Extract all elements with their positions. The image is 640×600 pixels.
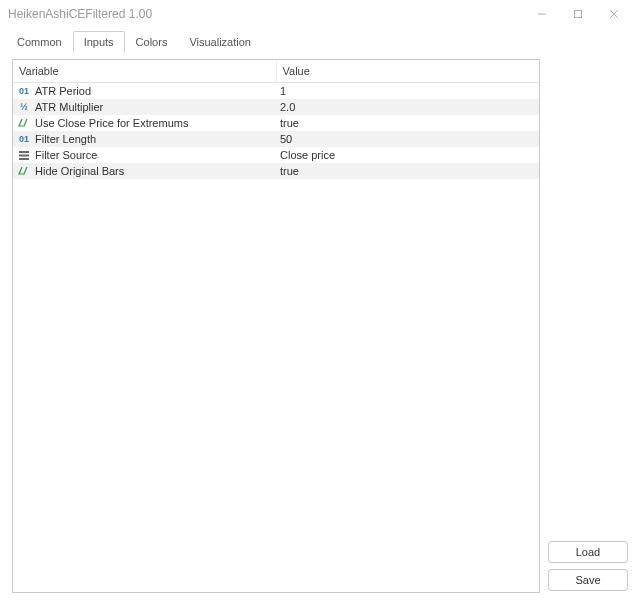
double-icon: ½ [17, 101, 31, 113]
tab-visualization[interactable]: Visualization [178, 31, 262, 53]
svg-rect-1 [575, 11, 582, 18]
minimize-button[interactable] [524, 0, 560, 28]
bool-icon [17, 117, 31, 129]
titlebar: HeikenAshiCEFiltered 1.00 [0, 0, 640, 28]
table-row[interactable]: 01ATR Period 1 [13, 83, 539, 99]
table-row[interactable]: 01Filter Length 50 [13, 131, 539, 147]
var-value[interactable]: 2.0 [276, 99, 539, 115]
table-row[interactable]: Hide Original Bars true [13, 163, 539, 179]
tab-inputs[interactable]: Inputs [73, 31, 125, 53]
content-area: Variable Value 01ATR Period 1 ½ATR Multi… [0, 53, 640, 600]
var-label: Use Close Price for Extremums [35, 117, 188, 129]
int-icon: 01 [17, 85, 31, 97]
var-label: Filter Source [35, 149, 97, 161]
svg-rect-4 [19, 151, 29, 153]
save-button[interactable]: Save [548, 569, 628, 591]
svg-rect-5 [19, 154, 29, 156]
maximize-button[interactable] [560, 0, 596, 28]
col-header-value[interactable]: Value [276, 60, 539, 83]
close-button[interactable] [596, 0, 632, 28]
close-icon [609, 9, 619, 19]
table-row[interactable]: Use Close Price for Extremums true [13, 115, 539, 131]
window-title: HeikenAshiCEFiltered 1.00 [8, 7, 524, 21]
var-label: ATR Multiplier [35, 101, 103, 113]
enum-icon [17, 149, 31, 161]
tab-common[interactable]: Common [6, 31, 73, 53]
var-label: Hide Original Bars [35, 165, 124, 177]
var-value[interactable]: 1 [276, 83, 539, 99]
inputs-table: Variable Value 01ATR Period 1 ½ATR Multi… [13, 60, 539, 179]
window-controls [524, 0, 632, 28]
svg-rect-6 [19, 158, 29, 160]
minimize-icon [537, 9, 547, 19]
table-row[interactable]: ½ATR Multiplier 2.0 [13, 99, 539, 115]
var-value[interactable]: true [276, 163, 539, 179]
var-value[interactable]: Close price [276, 147, 539, 163]
side-button-panel: Load Save [548, 59, 628, 593]
int-icon: 01 [17, 133, 31, 145]
col-header-variable[interactable]: Variable [13, 60, 276, 83]
var-label: Filter Length [35, 133, 96, 145]
load-button[interactable]: Load [548, 541, 628, 563]
var-value[interactable]: true [276, 115, 539, 131]
tab-colors[interactable]: Colors [125, 31, 179, 53]
maximize-icon [573, 9, 583, 19]
inputs-table-container: Variable Value 01ATR Period 1 ½ATR Multi… [12, 59, 540, 593]
var-label: ATR Period [35, 85, 91, 97]
var-value[interactable]: 50 [276, 131, 539, 147]
bool-icon [17, 165, 31, 177]
table-row[interactable]: Filter Source Close price [13, 147, 539, 163]
tab-bar: Common Inputs Colors Visualization [0, 28, 640, 53]
